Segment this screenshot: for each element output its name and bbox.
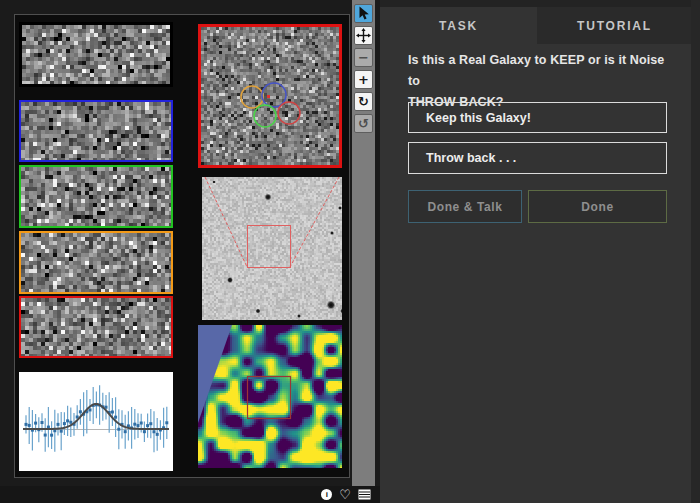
info-icon: i <box>321 489 332 500</box>
classifier-app: −+↻↺ i♡ TASK TUTORIAL Is this a Real Gal… <box>0 0 700 503</box>
reset-icon: ↺ <box>358 117 369 130</box>
cutout-heatmap[interactable] <box>198 325 342 468</box>
cutout-main-stamp[interactable] <box>198 24 342 168</box>
plus-icon: + <box>358 73 369 86</box>
done-and-talk-button[interactable]: Done & Talk <box>408 190 522 223</box>
task-panel: TASK TUTORIAL Is this a Real Galaxy to K… <box>380 0 700 503</box>
answer-throw-back-button[interactable]: Throw back . . . <box>408 142 667 174</box>
cutout-profile-plot-image <box>19 372 173 471</box>
favorite-button[interactable]: ♡ <box>339 488 351 501</box>
zoom-in-button[interactable]: + <box>354 70 373 89</box>
reset-button[interactable]: ↺ <box>354 114 373 133</box>
cutout-noise-orange[interactable] <box>19 231 173 294</box>
done-button[interactable]: Done <box>528 190 667 223</box>
image-toolbar: −+↻↺ <box>352 0 375 486</box>
tab-task[interactable]: TASK <box>380 7 537 44</box>
heart-icon: ♡ <box>339 488 351 501</box>
cutout-noise-blue-image <box>21 102 171 160</box>
collections-button[interactable] <box>358 489 371 500</box>
subject-footer: i♡ <box>0 486 380 503</box>
cutout-heatmap-image <box>198 325 342 468</box>
cutout-sky-context-image <box>202 177 342 320</box>
cutout-profile-plot[interactable] <box>19 372 173 471</box>
cutout-sky-context[interactable] <box>202 177 342 320</box>
task-panel-scrollbar[interactable] <box>691 0 700 503</box>
move-button[interactable] <box>354 26 373 45</box>
cursor-icon <box>357 6 370 21</box>
cutout-noise-black-image <box>22 25 170 84</box>
rotate-button[interactable]: ↻ <box>354 92 373 111</box>
cutout-noise-green-image <box>21 167 171 226</box>
cutout-noise-black[interactable] <box>19 22 173 87</box>
list-icon <box>358 489 371 500</box>
subject-viewer <box>14 14 350 478</box>
move-icon <box>356 28 371 43</box>
action-row: Done & Talk Done <box>408 190 668 223</box>
zoom-out-button[interactable]: − <box>354 48 373 67</box>
tab-tutorial[interactable]: TUTORIAL <box>537 7 692 44</box>
cutout-noise-orange-image <box>21 233 171 292</box>
tab-top-strip <box>380 0 700 7</box>
cutout-noise-red-image <box>21 298 171 356</box>
answer-keep-button[interactable]: Keep this Galaxy! <box>408 102 667 133</box>
cutout-noise-blue[interactable] <box>19 100 173 162</box>
minus-icon: − <box>358 51 369 64</box>
subject-info-button[interactable]: i <box>321 489 332 500</box>
cutout-noise-green[interactable] <box>19 165 173 228</box>
cutout-main-stamp-image <box>201 27 339 165</box>
cutout-noise-red[interactable] <box>19 296 173 358</box>
subject-region: −+↻↺ i♡ <box>0 0 380 503</box>
annotate-button[interactable] <box>354 4 373 23</box>
rotate-icon: ↻ <box>358 95 369 108</box>
